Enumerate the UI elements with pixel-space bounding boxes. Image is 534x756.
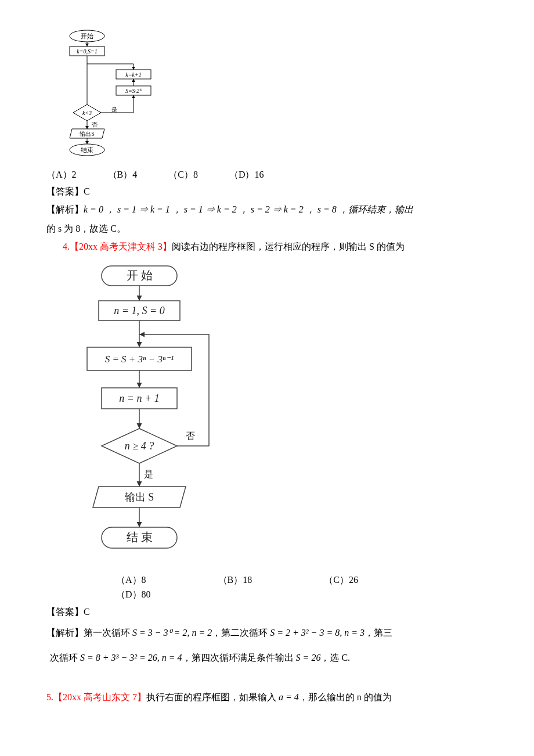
q4-a-t1e: ，第三: [365, 628, 392, 638]
fc1-step1: k=k+1: [125, 71, 141, 78]
svg-marker-10: [132, 79, 135, 82]
fc2-no: 否: [186, 431, 195, 441]
q4-a-t2e: ，选 C.: [320, 653, 350, 663]
q4-a-t1c: ，第二次循环: [212, 628, 270, 638]
q4-a-t2d: S = 26: [296, 653, 321, 663]
q5-num: 5.: [46, 692, 53, 702]
q4-a-t2c: ，第四次循环满足条件输出: [182, 653, 296, 663]
q3-analysis-label: 【解析】: [46, 204, 84, 214]
q4-option-b: （B）18: [218, 573, 252, 588]
q5-source: 【20xx 高考山东文 7】: [53, 692, 146, 702]
q4-num: 4.: [63, 242, 70, 251]
fc2-output: 输出 S: [125, 491, 154, 503]
fc2-yes: 是: [144, 469, 153, 479]
fc2-start: 开 始: [127, 269, 153, 282]
fc1-start: 开始: [81, 33, 93, 39]
q4-a-t2b: S = 8 + 3³ − 3² = 26, n = 4: [80, 653, 182, 663]
svg-marker-20: [85, 141, 89, 144]
q5-text1: 执行右面的程序框图，如果输入: [146, 692, 279, 702]
q4-option-c: （C）26: [324, 573, 358, 588]
fc1-output: 输出S: [80, 131, 95, 137]
fc2-cond: n ≥ 4 ?: [125, 440, 154, 452]
q3-analysis: 【解析】k = 0 ， s = 1 ⇒ k = 1 ， s = 1 ⇒ k = …: [46, 201, 499, 218]
svg-marker-14: [132, 95, 135, 98]
q4-line: 4.【20xx 高考天津文科 3】阅读右边的程序框图，运行相应的程序，则输出 S…: [63, 239, 499, 254]
q4-a-t1d: S = 2 + 3² − 3 = 8, n = 3: [270, 628, 365, 638]
q3-option-c: （C）8: [168, 167, 198, 182]
fc1-init: k=0,S=1: [77, 48, 97, 55]
q4-answer: 【答案】C: [46, 604, 499, 620]
fc2-step2: n = n + 1: [119, 393, 159, 404]
q4-a-t1a: 第一次循环: [84, 628, 132, 638]
q3-option-d: （D）16: [229, 167, 264, 182]
flowchart-1: 开始 k=0,S=1 k=k+1 S=S·2ᵏ 是 k<3 否 输出S 结束: [58, 29, 499, 161]
q4-option-a: （A）8: [116, 573, 146, 588]
q4-a-t2a: 次循环: [50, 653, 80, 663]
fc2-end: 结 束: [127, 531, 153, 543]
q4-text: 阅读右边的程序框图，运行相应的程序，则输出 S 的值为: [172, 242, 405, 251]
q3-analysis-text1: k = 0 ， s = 1 ⇒ k = 1 ， s = 1 ⇒ k = 2 ， …: [84, 204, 413, 214]
q5-text2: ，那么输出的 n 的值为: [299, 692, 392, 702]
q4-a-t1b: S = 3 − 3⁰ = 2, n = 2: [132, 628, 212, 638]
fc1-yes: 是: [111, 106, 117, 113]
q4-analysis-1: 【解析】第一次循环 S = 3 − 3⁰ = 2, n = 2，第二次循环 S …: [46, 625, 499, 642]
q4-analysis-2: 次循环 S = 8 + 3³ − 3² = 26, n = 4，第四次循环满足条…: [50, 650, 499, 667]
svg-marker-17: [85, 126, 89, 129]
q4-options: （A）8 （B）18 （C）26 （D）80: [116, 573, 499, 602]
q3-option-a: （A）2: [46, 167, 77, 182]
fc2-init: n = 1, S = 0: [114, 305, 164, 316]
fc2-step1: S = S + 3ⁿ − 3ⁿ⁻¹: [105, 354, 174, 365]
q3-option-b: （B）4: [108, 167, 138, 182]
q4-analysis-label: 【解析】: [46, 628, 84, 638]
svg-marker-7: [132, 67, 135, 70]
fc1-no: 否: [92, 121, 98, 128]
flowchart-2: 开 始 n = 1, S = 0 S = S + 3ⁿ − 3ⁿ⁻¹ n = n…: [70, 260, 499, 567]
q3-options: （A）2 （B）4 （C）8 （D）16: [46, 167, 499, 182]
q5-math: a = 4: [279, 692, 299, 702]
q4-option-d: （D）80: [116, 587, 151, 602]
q5-line: 5.【20xx 高考山东文 7】执行右面的程序框图，如果输入 a = 4，那么输…: [46, 690, 499, 705]
q3-answer: 【答案】C: [46, 184, 499, 199]
fc1-cond: k<3: [82, 110, 92, 116]
q3-analysis-cont: 的 s 为 8，故选 C。: [46, 221, 499, 237]
q4-source: 【20xx 高考天津文科 3】: [70, 242, 172, 251]
fc1-step2: S=S·2ᵏ: [125, 88, 143, 94]
svg-marker-2: [85, 44, 89, 46]
fc1-end: 结束: [81, 146, 93, 153]
